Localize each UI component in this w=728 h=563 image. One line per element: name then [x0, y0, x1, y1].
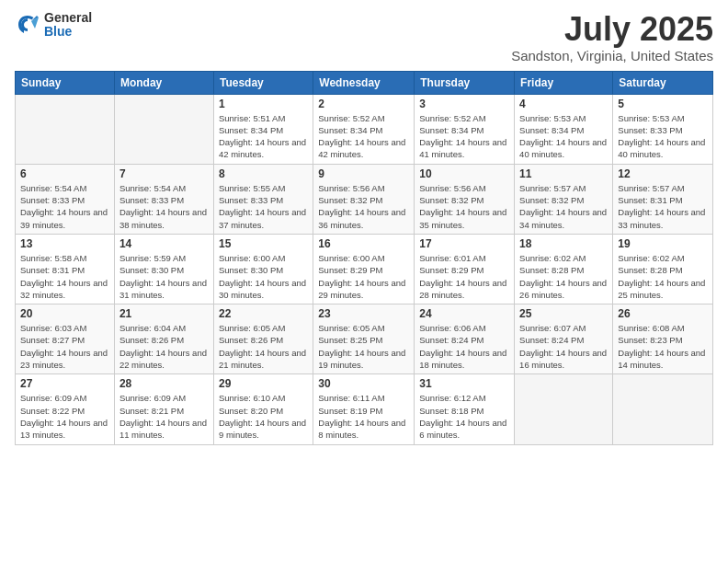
calendar-week-row: 6Sunrise: 5:54 AM Sunset: 8:33 PM Daylig… — [16, 164, 713, 234]
calendar-day-cell: 29Sunrise: 6:10 AM Sunset: 8:20 PM Dayli… — [213, 374, 313, 444]
calendar-day-cell: 4Sunrise: 5:53 AM Sunset: 8:34 PM Daylig… — [515, 94, 613, 164]
calendar-week-row: 27Sunrise: 6:09 AM Sunset: 8:22 PM Dayli… — [16, 374, 713, 444]
day-number: 12 — [618, 167, 708, 180]
logo-blue: Blue — [44, 25, 92, 39]
calendar-day-cell: 16Sunrise: 6:00 AM Sunset: 8:29 PM Dayli… — [313, 234, 415, 304]
day-info: Sunrise: 5:54 AM Sunset: 8:33 PM Dayligh… — [119, 182, 209, 231]
day-info: Sunrise: 5:52 AM Sunset: 8:34 PM Dayligh… — [318, 112, 409, 161]
day-info: Sunrise: 6:01 AM Sunset: 8:29 PM Dayligh… — [419, 252, 509, 301]
day-info: Sunrise: 6:03 AM Sunset: 8:27 PM Dayligh… — [20, 322, 109, 371]
day-number: 28 — [119, 377, 209, 390]
day-number: 31 — [419, 377, 509, 390]
day-info: Sunrise: 6:07 AM Sunset: 8:24 PM Dayligh… — [519, 322, 608, 371]
calendar-day-cell: 5Sunrise: 5:53 AM Sunset: 8:33 PM Daylig… — [613, 94, 713, 164]
day-info: Sunrise: 5:54 AM Sunset: 8:33 PM Dayligh… — [20, 182, 109, 231]
logo: General Blue — [15, 11, 92, 40]
day-number: 8 — [219, 167, 308, 180]
logo-icon — [15, 12, 40, 38]
calendar-day-cell — [515, 374, 613, 444]
calendar-day-header: Saturday — [613, 71, 713, 94]
day-number: 16 — [318, 237, 409, 250]
calendar-day-cell: 18Sunrise: 6:02 AM Sunset: 8:28 PM Dayli… — [515, 234, 613, 304]
calendar-day-cell: 6Sunrise: 5:54 AM Sunset: 8:33 PM Daylig… — [16, 164, 115, 234]
day-number: 24 — [419, 307, 509, 320]
day-info: Sunrise: 5:53 AM Sunset: 8:34 PM Dayligh… — [519, 112, 608, 161]
day-info: Sunrise: 6:00 AM Sunset: 8:29 PM Dayligh… — [318, 252, 409, 301]
day-number: 14 — [119, 237, 209, 250]
day-info: Sunrise: 5:52 AM Sunset: 8:34 PM Dayligh… — [419, 112, 509, 161]
calendar-day-header: Friday — [515, 71, 613, 94]
calendar-day-cell: 7Sunrise: 5:54 AM Sunset: 8:33 PM Daylig… — [114, 164, 213, 234]
header: General Blue July 2025 Sandston, Virgini… — [15, 11, 713, 63]
day-info: Sunrise: 5:57 AM Sunset: 8:32 PM Dayligh… — [519, 182, 608, 231]
calendar-week-row: 1Sunrise: 5:51 AM Sunset: 8:34 PM Daylig… — [16, 94, 713, 164]
main-title: July 2025 — [511, 11, 713, 48]
calendar-body: 1Sunrise: 5:51 AM Sunset: 8:34 PM Daylig… — [16, 94, 713, 444]
day-number: 9 — [318, 167, 409, 180]
calendar-day-header: Monday — [114, 71, 213, 94]
day-number: 4 — [519, 98, 608, 110]
calendar-day-cell: 11Sunrise: 5:57 AM Sunset: 8:32 PM Dayli… — [515, 164, 613, 234]
calendar-day-cell — [613, 374, 713, 444]
calendar-week-row: 13Sunrise: 5:58 AM Sunset: 8:31 PM Dayli… — [16, 234, 713, 304]
day-number: 21 — [119, 307, 209, 320]
calendar-day-cell: 12Sunrise: 5:57 AM Sunset: 8:31 PM Dayli… — [613, 164, 713, 234]
day-number: 30 — [318, 377, 409, 390]
calendar-day-cell: 10Sunrise: 5:56 AM Sunset: 8:32 PM Dayli… — [415, 164, 515, 234]
day-number: 3 — [419, 98, 509, 110]
day-info: Sunrise: 6:04 AM Sunset: 8:26 PM Dayligh… — [119, 322, 209, 371]
calendar-day-cell — [114, 94, 213, 164]
page: General Blue July 2025 Sandston, Virgini… — [0, 0, 728, 563]
day-number: 27 — [20, 377, 109, 390]
day-info: Sunrise: 5:59 AM Sunset: 8:30 PM Dayligh… — [119, 252, 209, 301]
calendar-day-cell: 9Sunrise: 5:56 AM Sunset: 8:32 PM Daylig… — [313, 164, 415, 234]
day-number: 2 — [318, 98, 409, 110]
day-number: 20 — [20, 307, 109, 320]
day-info: Sunrise: 6:06 AM Sunset: 8:24 PM Dayligh… — [419, 322, 509, 371]
day-number: 1 — [219, 98, 308, 110]
day-info: Sunrise: 5:55 AM Sunset: 8:33 PM Dayligh… — [219, 182, 308, 231]
day-number: 13 — [20, 237, 109, 250]
day-info: Sunrise: 6:02 AM Sunset: 8:28 PM Dayligh… — [519, 252, 608, 301]
day-number: 10 — [419, 167, 509, 180]
calendar-day-cell: 22Sunrise: 6:05 AM Sunset: 8:26 PM Dayli… — [213, 304, 313, 374]
day-number: 11 — [519, 167, 608, 180]
day-info: Sunrise: 6:05 AM Sunset: 8:26 PM Dayligh… — [219, 322, 308, 371]
calendar-day-cell: 21Sunrise: 6:04 AM Sunset: 8:26 PM Dayli… — [114, 304, 213, 374]
day-number: 26 — [618, 307, 708, 320]
calendar-day-cell: 24Sunrise: 6:06 AM Sunset: 8:24 PM Dayli… — [415, 304, 515, 374]
day-number: 7 — [119, 167, 209, 180]
day-number: 25 — [519, 307, 608, 320]
day-info: Sunrise: 5:57 AM Sunset: 8:31 PM Dayligh… — [618, 182, 708, 231]
day-info: Sunrise: 6:11 AM Sunset: 8:19 PM Dayligh… — [318, 392, 409, 441]
calendar-day-cell: 28Sunrise: 6:09 AM Sunset: 8:21 PM Dayli… — [114, 374, 213, 444]
day-info: Sunrise: 6:09 AM Sunset: 8:21 PM Dayligh… — [119, 392, 209, 441]
day-number: 5 — [618, 98, 708, 110]
day-info: Sunrise: 6:12 AM Sunset: 8:18 PM Dayligh… — [419, 392, 509, 441]
day-number: 15 — [219, 237, 308, 250]
day-number: 19 — [618, 237, 708, 250]
calendar-header-row: SundayMondayTuesdayWednesdayThursdayFrid… — [16, 71, 713, 94]
day-number: 23 — [318, 307, 409, 320]
day-info: Sunrise: 5:51 AM Sunset: 8:34 PM Dayligh… — [219, 112, 308, 161]
calendar-day-cell: 17Sunrise: 6:01 AM Sunset: 8:29 PM Dayli… — [415, 234, 515, 304]
calendar-day-cell: 30Sunrise: 6:11 AM Sunset: 8:19 PM Dayli… — [313, 374, 415, 444]
calendar-day-cell: 31Sunrise: 6:12 AM Sunset: 8:18 PM Dayli… — [415, 374, 515, 444]
day-number: 22 — [219, 307, 308, 320]
calendar-day-cell — [16, 94, 115, 164]
calendar-day-cell: 1Sunrise: 5:51 AM Sunset: 8:34 PM Daylig… — [213, 94, 313, 164]
day-info: Sunrise: 6:09 AM Sunset: 8:22 PM Dayligh… — [20, 392, 109, 441]
day-info: Sunrise: 6:08 AM Sunset: 8:23 PM Dayligh… — [618, 322, 708, 371]
calendar-day-cell: 23Sunrise: 6:05 AM Sunset: 8:25 PM Dayli… — [313, 304, 415, 374]
logo-general: General — [44, 11, 92, 25]
calendar-day-cell: 26Sunrise: 6:08 AM Sunset: 8:23 PM Dayli… — [613, 304, 713, 374]
day-info: Sunrise: 6:00 AM Sunset: 8:30 PM Dayligh… — [219, 252, 308, 301]
logo-text: General Blue — [44, 11, 92, 40]
day-info: Sunrise: 5:56 AM Sunset: 8:32 PM Dayligh… — [318, 182, 409, 231]
calendar-table: SundayMondayTuesdayWednesdayThursdayFrid… — [15, 71, 713, 445]
calendar-week-row: 20Sunrise: 6:03 AM Sunset: 8:27 PM Dayli… — [16, 304, 713, 374]
calendar-day-cell: 15Sunrise: 6:00 AM Sunset: 8:30 PM Dayli… — [213, 234, 313, 304]
day-info: Sunrise: 5:58 AM Sunset: 8:31 PM Dayligh… — [20, 252, 109, 301]
day-info: Sunrise: 6:05 AM Sunset: 8:25 PM Dayligh… — [318, 322, 409, 371]
day-number: 18 — [519, 237, 608, 250]
